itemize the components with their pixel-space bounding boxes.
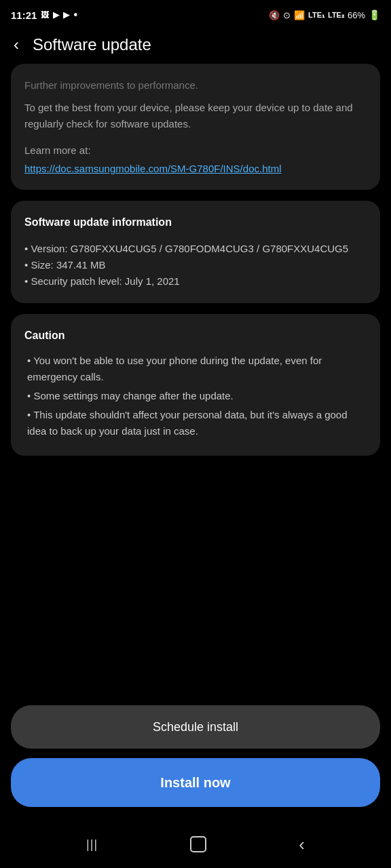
dot-indicator: • [73,9,77,21]
description-card: Further improvements to performance. To … [11,64,380,190]
top-bar: ‹ Software update [0,27,391,64]
caution-item-2: • Some settings may change after the upd… [24,388,367,404]
signal2-icon: LTE₂ [328,11,344,20]
signal-icon: LTE₁ [308,11,324,20]
doc-link[interactable]: https://doc.samsungmobile.com/SM-G780F/I… [24,161,367,176]
battery-icon: 🔋 [369,9,380,20]
security-info: • Security patch level: July 1, 2021 [24,273,367,290]
status-icons: 🔇 ⊙ 📶 LTE₁ LTE₂ 66% 🔋 [269,9,380,20]
youtube-icon: ▶ [53,10,59,20]
back-button[interactable]: ‹ [11,34,22,56]
home-button[interactable] [189,835,208,854]
media2-icon: ▶ [63,10,69,20]
update-info-card: Software update information • Version: G… [11,201,380,303]
size-info: • Size: 347.41 MB [24,257,367,273]
status-time: 11:21 🖼 ▶ ▶ • [11,9,77,21]
hotspot-icon: ⊙ [283,10,291,20]
nav-bar: ||| ‹ [0,821,391,868]
mute-icon: 🔇 [269,10,280,20]
caution-item-3: • This update shouldn't affect your pers… [24,407,367,439]
wifi-icon: 📶 [294,10,305,20]
install-now-button[interactable]: Install now [11,758,380,807]
media-icon: 🖼 [41,10,49,20]
caution-card: Caution • You won't be able to use your … [11,314,380,456]
caution-title: Caution [24,328,367,344]
back-nav-button[interactable]: ‹ [299,834,305,855]
caution-item-1: • You won't be able to use your phone du… [24,353,367,385]
content-area: Further improvements to performance. To … [0,64,391,694]
page-title: Software update [33,35,151,54]
version-info: • Version: G780FXXU4CUG5 / G780FODM4CUG3… [24,241,367,257]
status-bar: 11:21 🖼 ▶ ▶ • 🔇 ⊙ 📶 LTE₁ LTE₂ 66% 🔋 [0,0,391,27]
learn-more-label: Learn more at: [24,142,367,158]
buttons-area: Schedule install Install now [0,694,391,821]
body-text: To get the best from your device, please… [24,100,367,132]
schedule-install-button[interactable]: Schedule install [11,705,380,749]
update-info-title: Software update information [24,214,367,231]
svg-rect-0 [191,837,206,852]
partial-text: Further improvements to performance. [24,77,367,93]
battery-text: 66% [348,10,365,20]
time: 11:21 [11,9,37,21]
recent-apps-button[interactable]: ||| [86,837,98,852]
